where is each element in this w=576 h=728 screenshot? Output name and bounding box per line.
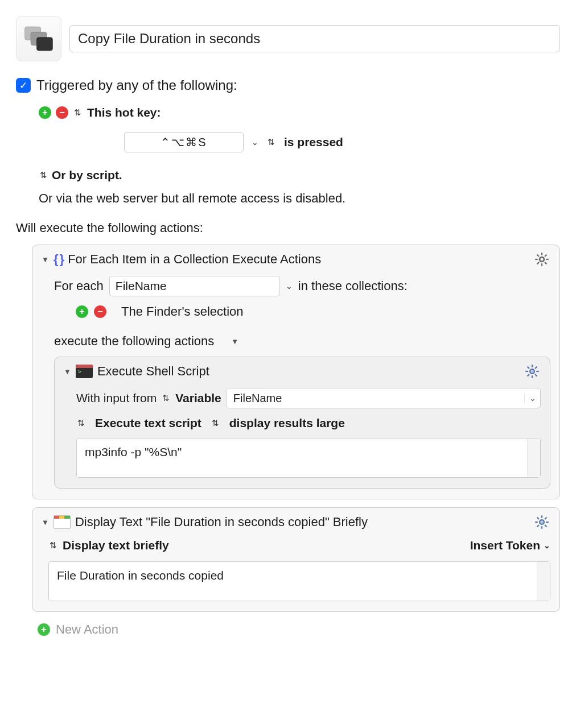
svg-point-21 (540, 520, 544, 524)
macro-icon (16, 16, 61, 61)
shell-action[interactable]: ▼ Execute Shell Script With input from ⇅… (54, 357, 550, 489)
new-action-label: New Action (56, 622, 118, 637)
add-trigger-button[interactable]: + (39, 106, 51, 119)
triggered-checkbox[interactable]: ✓ (16, 78, 31, 93)
svg-line-8 (537, 255, 539, 257)
svg-line-9 (545, 262, 546, 264)
hotkey-state-label: is pressed (284, 135, 343, 149)
svg-line-26 (537, 518, 539, 519)
or-script-label: Or by script. (52, 168, 122, 182)
remove-trigger-button[interactable]: − (56, 106, 68, 119)
script-content: mp3info -p "%S\n" (85, 445, 182, 458)
for-each-label: For each (54, 279, 104, 293)
input-variable-value: FileName (227, 392, 524, 405)
gear-icon[interactable] (533, 251, 550, 268)
add-action-button[interactable]: + (38, 623, 50, 636)
display-text-action[interactable]: ▼ Display Text "File Duration in seconds… (32, 507, 560, 612)
svg-line-18 (535, 374, 537, 376)
foreach-action[interactable]: ▼ { } For Each Item in a Collection Exec… (32, 245, 560, 499)
gear-icon[interactable] (524, 363, 541, 380)
display-mode-label: Display text briefly (63, 539, 169, 552)
remote-note: Or via the web server but all remote acc… (16, 191, 560, 206)
hotkey-label: This hot key: (87, 106, 161, 119)
macro-title-input[interactable] (69, 25, 560, 52)
execute-heading: Will execute the following actions: (16, 221, 560, 235)
result-mode-label: display results large (229, 416, 345, 430)
terminal-icon (76, 365, 93, 378)
remove-collection-button[interactable]: − (94, 305, 106, 318)
display-title: Display Text "File Duration in seconds c… (75, 515, 368, 530)
shell-title: Execute Shell Script (97, 364, 209, 379)
hotkey-input[interactable]: ⌃⌥⌘S (124, 132, 244, 152)
gear-icon[interactable] (533, 514, 550, 531)
svg-point-3 (540, 257, 544, 262)
insert-token-label: Insert Token (470, 539, 540, 552)
script-mode-label: Execute text script (95, 416, 201, 430)
variable-dropdown[interactable]: FileName (109, 276, 280, 296)
svg-line-28 (545, 518, 546, 519)
input-variable-select[interactable]: FileName ⌄ (226, 388, 541, 408)
svg-line-27 (545, 525, 546, 527)
disclosure-triangle-icon[interactable]: ▼ (42, 255, 49, 264)
insert-token-button[interactable]: Insert Token ⌄ (470, 539, 550, 552)
svg-line-29 (537, 525, 539, 527)
chevron-down-icon: ⌄ (544, 541, 550, 550)
hotkey-menu-icon[interactable]: ⌄ (252, 138, 258, 147)
disclosure-triangle-icon[interactable]: ▼ (64, 367, 71, 376)
triggered-label: Triggered by any of the following: (36, 77, 237, 93)
svg-point-12 (530, 369, 534, 374)
add-collection-button[interactable]: + (76, 305, 88, 318)
collection-label: The Finder's selection (121, 304, 244, 319)
svg-rect-2 (37, 38, 53, 51)
trigger-stepper-icon[interactable]: ⇅ (73, 107, 83, 118)
variable-value: FileName (116, 279, 167, 293)
display-mode-stepper[interactable]: ⇅ (48, 540, 58, 551)
svg-line-17 (528, 367, 529, 369)
with-input-label: With input from (76, 391, 157, 405)
script-textarea[interactable]: mp3info -p "%S\n" (76, 438, 541, 478)
hotkey-state-stepper[interactable]: ⇅ (266, 137, 276, 147)
result-mode-stepper[interactable]: ⇅ (211, 418, 220, 428)
disclosure-triangle-icon[interactable]: ▼ (231, 337, 238, 346)
input-type-label: Variable (175, 391, 221, 405)
variable-menu-icon[interactable]: ⌄ (286, 282, 293, 291)
display-text-content: File Duration in seconds copied (57, 569, 224, 582)
chevron-down-icon: ⌄ (524, 394, 540, 403)
svg-line-11 (537, 262, 539, 264)
display-text-textarea[interactable]: File Duration in seconds copied (48, 561, 550, 601)
disclosure-triangle-icon[interactable]: ▼ (42, 518, 49, 527)
loop-icon: { } (54, 252, 63, 267)
or-script-stepper[interactable]: ⇅ (39, 170, 48, 180)
script-mode-stepper[interactable]: ⇅ (76, 418, 86, 428)
execute-subheading: execute the following actions (54, 334, 214, 349)
foreach-title: For Each Item in a Collection Execute Ac… (68, 252, 321, 267)
svg-line-20 (528, 374, 529, 376)
note-icon (54, 515, 71, 529)
in-collections-label: in these collections: (298, 279, 408, 293)
input-type-stepper[interactable]: ⇅ (161, 393, 171, 403)
svg-line-10 (545, 255, 546, 257)
svg-line-19 (535, 367, 537, 369)
